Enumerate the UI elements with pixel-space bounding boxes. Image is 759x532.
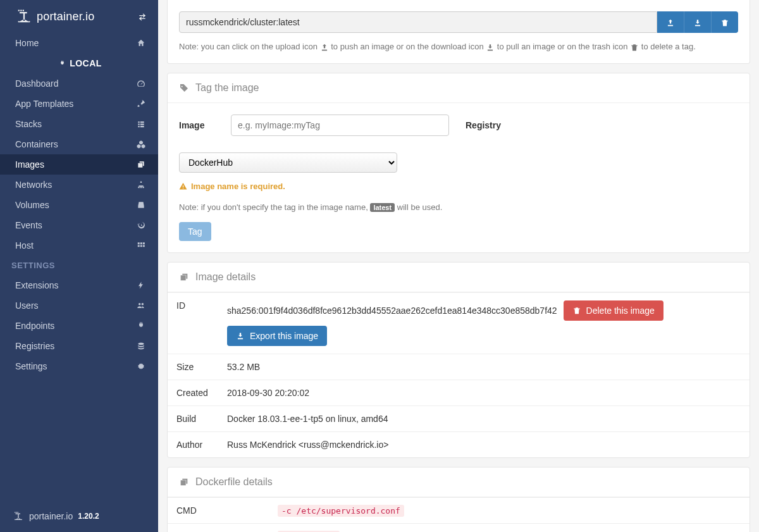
panel-title: Dockerfile details	[195, 476, 273, 488]
sitemap-icon	[137, 180, 145, 189]
hdd-icon	[137, 201, 145, 209]
build-value: Docker 18.03.1-ee-1-tp5 on linux, amd64	[218, 405, 750, 431]
sidebar-item-volumes[interactable]: Volumes	[0, 195, 158, 215]
warning-icon	[179, 182, 187, 190]
upload-icon	[666, 18, 675, 27]
sidebar-item-stacks[interactable]: Stacks	[0, 114, 158, 134]
created-label: Created	[168, 380, 218, 405]
note-text: Note: if you don't specify the tag in th…	[179, 202, 370, 212]
warning-text: Image name is required.	[191, 182, 285, 191]
download-icon	[693, 18, 702, 27]
image-name-warning: Image name is required.	[179, 182, 738, 191]
sidebar-label: Events	[15, 220, 42, 230]
sidebar-label: Images	[15, 159, 44, 170]
brand-name: portainer.io	[37, 10, 94, 23]
trash-icon	[630, 43, 639, 52]
latest-pill: latest	[370, 203, 395, 212]
note-text: to push an image or on the download icon	[331, 42, 486, 51]
size-label: Size	[168, 354, 218, 380]
list-icon	[137, 120, 145, 128]
brand-logo[interactable]: portainer.io	[15, 8, 94, 25]
history-icon	[137, 221, 145, 230]
sidebar-label: Endpoints	[15, 321, 54, 331]
sidebar-item-registries[interactable]: Registries	[0, 336, 158, 356]
build-label: Build	[168, 405, 218, 431]
sidebar-item-settings[interactable]: Settings	[0, 356, 158, 376]
sidebar-label: Registries	[15, 341, 54, 351]
sidebar-label: Host	[15, 240, 34, 251]
sidebar-item-images[interactable]: Images	[0, 154, 158, 175]
image-id-value: sha256:001f9f4d036df8fce9612b3dd45552aae…	[227, 306, 557, 316]
size-value: 53.2 MB	[218, 354, 750, 380]
delete-tag-button[interactable]	[711, 11, 738, 33]
image-details-table: ID sha256:001f9f4d036df8fce9612b3dd45552…	[168, 292, 750, 457]
sidebar-item-dashboard[interactable]: Dashboard	[0, 73, 158, 94]
database-icon	[137, 342, 145, 350]
trash-icon	[720, 18, 729, 27]
dockerfile-details-panel: Dockerfile details CMD -c /etc/superviso…	[167, 467, 750, 532]
plug-icon	[137, 321, 145, 330]
sidebar-item-home[interactable]: Home	[0, 33, 158, 53]
trash-icon	[572, 306, 581, 315]
tag-default-note: Note: if you don't specify the tag in th…	[179, 202, 738, 212]
footer-version: 1.20.2	[78, 512, 99, 521]
sidebar-item-host[interactable]: Host	[0, 235, 158, 256]
download-icon	[236, 331, 245, 340]
note-text: to delete a tag.	[641, 42, 696, 51]
sidebar-label: Home	[15, 38, 39, 48]
clone-icon	[179, 272, 189, 282]
image-tag-input[interactable]	[179, 11, 657, 33]
cubes-icon	[137, 140, 145, 149]
sidebar-endpoint-header: LOCAL	[0, 53, 158, 73]
push-image-button[interactable]	[657, 11, 684, 33]
tag-button[interactable]: Tag	[179, 222, 211, 241]
swap-icon[interactable]	[138, 11, 147, 22]
tag-image-panel: Tag the image Image Registry DockerHub I…	[167, 73, 750, 253]
table-row: Build Docker 18.03.1-ee-1-tp5 on linux, …	[168, 405, 750, 431]
cmd-value: -c /etc/supervisord.conf	[278, 505, 404, 517]
cmd-label: CMD	[168, 497, 269, 523]
main-content: Note: you can click on the upload icon t…	[158, 0, 759, 532]
sidebar-label: Stacks	[15, 119, 42, 129]
author-label: Author	[168, 431, 218, 457]
sidebar-item-extensions[interactable]: Extensions	[0, 275, 158, 295]
table-row: Size 53.2 MB	[168, 354, 750, 380]
th-icon	[137, 241, 145, 250]
download-icon	[486, 43, 495, 52]
sidebar-item-endpoints[interactable]: Endpoints	[0, 316, 158, 336]
sidebar-label: Extensions	[15, 280, 58, 290]
sidebar-item-networks[interactable]: Networks	[0, 175, 158, 195]
settings-heading: SETTINGS	[0, 256, 158, 275]
sidebar-item-containers[interactable]: Containers	[0, 134, 158, 154]
sidebar-label: Dashboard	[15, 78, 59, 89]
note-text: will be used.	[397, 202, 443, 212]
tachometer-icon	[137, 79, 145, 88]
delete-image-button[interactable]: Delete this image	[564, 300, 663, 321]
image-label: Image	[179, 120, 214, 130]
sidebar-item-app-templates[interactable]: App Templates	[0, 94, 158, 114]
table-row: Author Russ McKendrick <russ@mckendrick.…	[168, 431, 750, 457]
portainer-logo-icon	[15, 8, 33, 25]
image-details-panel: Image details ID sha256:001f9f4d036df8fc…	[167, 262, 750, 458]
registry-label: Registry	[466, 120, 510, 130]
tag-image-name-input[interactable]	[231, 114, 449, 136]
sidebar-item-events[interactable]: Events	[0, 215, 158, 235]
table-row: CMD -c /etc/supervisord.conf	[168, 497, 750, 523]
pull-image-button[interactable]	[684, 11, 711, 33]
panel-title: Tag the image	[195, 82, 259, 94]
sidebar-item-users[interactable]: Users	[0, 295, 158, 316]
note-text: Note: you can click on the upload icon	[179, 42, 320, 51]
sidebar-label: Networks	[15, 180, 52, 190]
bolt-icon	[137, 281, 145, 290]
upload-icon	[320, 43, 329, 52]
sidebar-label: App Templates	[15, 99, 73, 109]
table-row: ID sha256:001f9f4d036df8fce9612b3dd45552…	[168, 292, 750, 354]
endpoint-name: LOCAL	[70, 58, 102, 68]
sidebar-label: Users	[15, 300, 39, 311]
rocket-icon	[137, 99, 145, 108]
button-label: Export this image	[250, 331, 318, 341]
registry-select[interactable]: DockerHub	[179, 152, 397, 173]
author-value: Russ McKendrick <russ@mckendrick.io>	[218, 431, 750, 457]
export-image-button[interactable]: Export this image	[227, 326, 327, 346]
sidebar-footer: portainer.io 1.20.2	[0, 500, 158, 532]
